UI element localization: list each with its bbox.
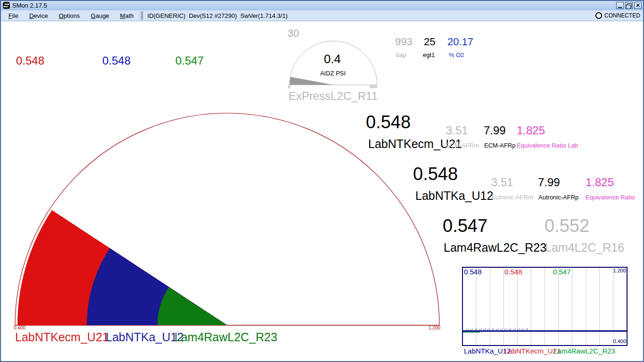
bap-label: bap <box>396 52 406 58</box>
egt1-label: egt1 <box>423 52 435 58</box>
chart-value-labntka: 0.548 <box>464 268 482 276</box>
aidz-channel-label: ExPressL2C_R11 <box>289 90 378 102</box>
row1-afrm-label: ECM-AFRm <box>446 142 479 149</box>
chart-value-lam4raw: 0.547 <box>553 268 571 276</box>
chart-ymax: 1.200 <box>607 268 626 274</box>
bap-value: 993 <box>395 36 413 47</box>
lambda-gauge-legend-lam4: Lam4RawL2C_R23 <box>174 331 277 343</box>
row1-eq-value: 1.825 <box>517 124 545 136</box>
smon-window: SMon 2.17.5 ✕ File Device Options Gauge … <box>0 0 644 362</box>
row3-alt-name: Lam4L2C_R16 <box>545 241 624 254</box>
row2-afrp-value: 7.99 <box>538 176 560 188</box>
row2-eq-label: Equivalence Ratio <box>586 194 635 201</box>
aidz-gauge-needle <box>289 77 333 85</box>
egt1-value: 25 <box>424 36 435 47</box>
readout-lam4raw: 0.547 <box>175 55 204 66</box>
lambda-gauge-legend-ecm: LabNTKecm_U21 <box>15 331 109 343</box>
aidz-peak-value: 30 <box>288 28 299 39</box>
chart-ymin: 0.400 <box>607 339 626 345</box>
aidz-value: 0.4 <box>306 53 358 66</box>
row1-eq-label: Equivalence Ratio Lab <box>517 142 578 149</box>
row2-eq-value: 1.825 <box>586 176 614 188</box>
chart-value-labntkecm: 0.548 <box>504 268 522 276</box>
chart-legend-labntkecm: LabNTKecm_U21 <box>504 347 561 355</box>
row1-afrm-value: 3.51 <box>446 124 468 136</box>
row3-value: 0.547 <box>443 217 487 236</box>
row2-afrm-value: 3.51 <box>491 176 513 188</box>
readout-labntkecm: 0.548 <box>16 55 44 66</box>
aidz-unit-label: AIDZ PSI <box>306 70 359 77</box>
lambda-gauge-min: 0.400 <box>14 326 25 331</box>
row2-value: 0.548 <box>413 165 458 184</box>
row2-afrp-label: Autronic-AFRp <box>538 194 578 201</box>
row3-alt-value: 0.552 <box>545 217 589 236</box>
chart-legend-lam4raw: Lam4RawL2C_R23 <box>553 347 615 355</box>
row2-name: LabNTKa_U12 <box>415 189 493 202</box>
o2-label: % O2 <box>449 52 464 58</box>
chart-legend-labntka: LabNTKa_U12 <box>464 347 511 355</box>
row1-afrp-label: ECM-AFRp <box>484 142 515 149</box>
row1-afrp-value: 7.99 <box>484 124 506 136</box>
o2-value: 20.17 <box>447 36 473 47</box>
readout-labntka: 0.548 <box>102 55 131 66</box>
lambda-gauge-max: 1.200 <box>429 326 440 331</box>
lambda-gauge-needles <box>17 210 227 325</box>
row2-afrm-label: Autronic-AFRm <box>491 194 533 201</box>
lambda-needle-Lam4RawL2C_R23 <box>157 287 227 325</box>
row1-value: 0.548 <box>366 113 411 132</box>
aidz-scale-max: 500 <box>358 85 377 89</box>
row3-name: Lam4RawL2C_R23 <box>444 241 546 254</box>
lambda-gauge-legend-autronic: LabNTKa_U12 <box>106 331 183 343</box>
aidz-scale-min: 0 <box>288 85 290 89</box>
